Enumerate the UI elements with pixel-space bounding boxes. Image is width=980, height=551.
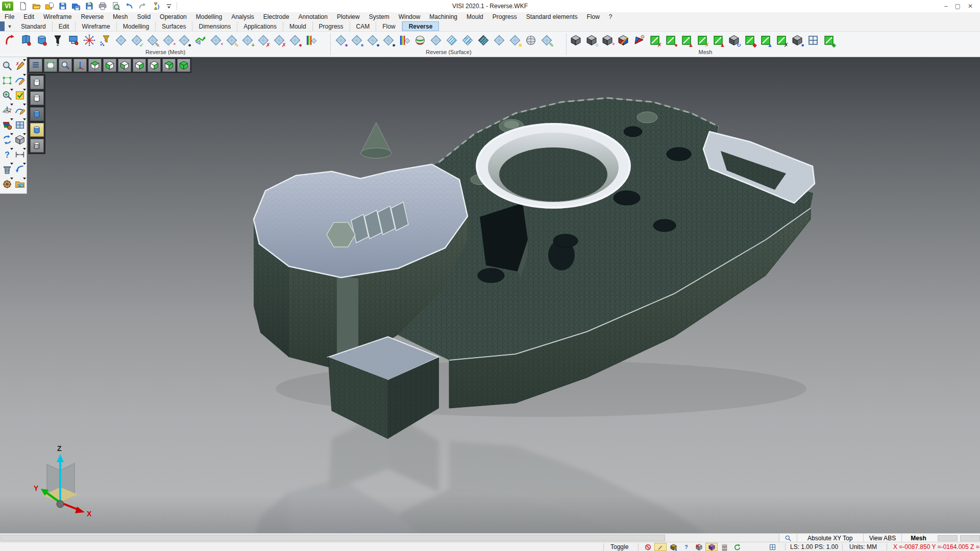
- tab-mould[interactable]: Mould: [283, 21, 313, 31]
- mesh-repair-icon[interactable]: ✎: [146, 34, 159, 46]
- auto-regen-icon[interactable]: [731, 543, 743, 551]
- magic-wand-icon[interactable]: [654, 543, 667, 551]
- menu-reverse[interactable]: Reverse: [76, 12, 108, 21]
- mesh-colour-icon[interactable]: ●: [289, 34, 301, 46]
- new-document-icon[interactable]: [17, 1, 29, 11]
- surface-sketch-icon[interactable]: ✎: [541, 34, 553, 46]
- view-top-icon[interactable]: [88, 59, 102, 72]
- import-scan-cylinder-icon[interactable]: [36, 34, 48, 46]
- print-icon[interactable]: [97, 1, 108, 11]
- undo-icon[interactable]: [124, 1, 135, 11]
- menu-annotation[interactable]: Annotation: [294, 12, 332, 21]
- view-front-icon[interactable]: [148, 59, 161, 72]
- surface-net-icon[interactable]: [461, 34, 474, 46]
- mesh-model-view[interactable]: Z Y X: [0, 57, 980, 533]
- open-folder-icon[interactable]: [31, 1, 42, 11]
- view-abs-cell[interactable]: View ABS: [864, 534, 902, 542]
- surface-points-icon[interactable]: ●: [351, 34, 363, 46]
- zoom-icon[interactable]: [59, 59, 72, 72]
- align-scan-icon[interactable]: [67, 34, 80, 46]
- surface-sections-icon[interactable]: [477, 34, 489, 46]
- grid-pane-icon[interactable]: [769, 542, 776, 551]
- tab-surfaces[interactable]: Surfaces: [156, 21, 192, 31]
- workplane-mode-cell[interactable]: Absolute XY Top: [797, 534, 864, 542]
- edit-delete-icon[interactable]: ✗: [13, 59, 26, 72]
- snap-off-icon[interactable]: [693, 543, 705, 551]
- close-button[interactable]: ✕: [968, 3, 973, 10]
- confirm-icon[interactable]: [13, 88, 26, 102]
- tab-applications[interactable]: Applications: [237, 21, 283, 31]
- insert-box-icon[interactable]: [667, 543, 679, 551]
- mesh-validate-icon[interactable]: ✓: [131, 34, 143, 46]
- menu-progress[interactable]: Progress: [488, 12, 522, 21]
- menu-file[interactable]: File: [0, 12, 19, 21]
- surface-isolines-icon[interactable]: [446, 34, 458, 46]
- menu-modelling[interactable]: Modelling: [191, 12, 227, 21]
- menu-wireframe[interactable]: Wireframe: [39, 12, 76, 21]
- mesh-create-icon[interactable]: [115, 34, 127, 46]
- tab-overflow-caret-icon[interactable]: ▼: [5, 21, 15, 31]
- view-menu-icon[interactable]: [29, 59, 42, 72]
- tab-cam[interactable]: CAM: [350, 21, 377, 31]
- mesh-smooth-icon[interactable]: *: [210, 34, 222, 46]
- mesh-sculpt-icon[interactable]: [617, 34, 629, 46]
- cloud-sampling-icon[interactable]: [99, 34, 111, 46]
- facet-remove-icon[interactable]: ✗: [696, 34, 708, 46]
- mesh-delete-region-icon[interactable]: ✗: [273, 34, 285, 46]
- quick-toolbar-caret-icon[interactable]: [163, 1, 175, 11]
- point-cloud-icon[interactable]: [83, 34, 95, 46]
- mesh-inspect-icon[interactable]: ○: [585, 34, 598, 46]
- toolbar-grip[interactable]: [0, 21, 5, 31]
- normals-invert-icon[interactable]: ✗: [649, 34, 661, 46]
- mesh-offset-icon[interactable]: [194, 34, 206, 46]
- mesh-parameters-icon[interactable]: *: [162, 34, 175, 46]
- help-query-icon[interactable]: ?: [1, 147, 13, 161]
- minimize-button[interactable]: –: [944, 3, 948, 10]
- delete-icon[interactable]: [1, 162, 13, 176]
- mesh-cube-icon[interactable]: [570, 34, 582, 46]
- wireframe-mode-icon[interactable]: [30, 76, 44, 89]
- mesh-refine-icon[interactable]: ●: [178, 34, 190, 46]
- maximize-button[interactable]: ▢: [955, 3, 961, 10]
- solid-box-icon[interactable]: [13, 133, 26, 146]
- surface-point-icon[interactable]: ●: [335, 34, 347, 46]
- menu-solid[interactable]: Solid: [132, 12, 155, 21]
- segment-arc-icon[interactable]: [4, 34, 16, 46]
- tab-reverse[interactable]: Reverse: [402, 21, 439, 31]
- tab-progress[interactable]: Progress: [313, 21, 350, 31]
- sphere-fit-icon[interactable]: [525, 34, 537, 46]
- axes-view-icon[interactable]: [74, 59, 87, 72]
- tab-standard[interactable]: Standard: [15, 21, 53, 31]
- tab-flow[interactable]: Flow: [376, 21, 402, 31]
- undo-view-icon[interactable]: [13, 162, 26, 176]
- transparent-mode-icon[interactable]: [30, 139, 44, 153]
- facet-quality-icon[interactable]: ◆: [823, 34, 835, 46]
- surface-patch-icon[interactable]: ■: [430, 34, 442, 46]
- mesh-node-icon[interactable]: ●: [791, 34, 803, 46]
- view-bottom-icon[interactable]: [103, 59, 116, 72]
- mesh-update-icon[interactable]: ↻: [728, 34, 740, 46]
- toggle-label[interactable]: Toggle: [610, 542, 628, 551]
- menu-analysis[interactable]: Analysis: [227, 12, 259, 21]
- open-image-icon[interactable]: [13, 177, 26, 191]
- deviation-sphere-icon[interactable]: [414, 34, 426, 46]
- mode-cell[interactable]: Mesh: [902, 534, 935, 542]
- zoom-dynamic-icon[interactable]: [1, 59, 13, 72]
- menu-flow[interactable]: Flow: [582, 12, 604, 21]
- undo-history-icon[interactable]: [150, 1, 161, 11]
- spline-edit-icon[interactable]: [13, 73, 26, 87]
- select-frame-icon[interactable]: [44, 59, 57, 72]
- facet-mark-icon[interactable]: ◆: [744, 34, 756, 46]
- surface-plain-icon[interactable]: [493, 34, 505, 46]
- mesh-orient-icon[interactable]: [633, 34, 645, 46]
- surface-dense-points-icon[interactable]: ●: [382, 34, 395, 46]
- tab-edit[interactable]: Edit: [53, 21, 76, 31]
- save-refresh-icon[interactable]: [84, 1, 95, 11]
- redo-icon[interactable]: [137, 1, 148, 11]
- menu-operation[interactable]: Operation: [155, 12, 191, 21]
- filter-points-icon[interactable]: [52, 34, 64, 46]
- tab-dimensions[interactable]: Dimensions: [192, 21, 237, 31]
- zoom-window-icon[interactable]: [1, 88, 13, 102]
- hidden-line-mode-icon[interactable]: [30, 91, 44, 105]
- context-help-icon[interactable]: ?: [680, 543, 692, 551]
